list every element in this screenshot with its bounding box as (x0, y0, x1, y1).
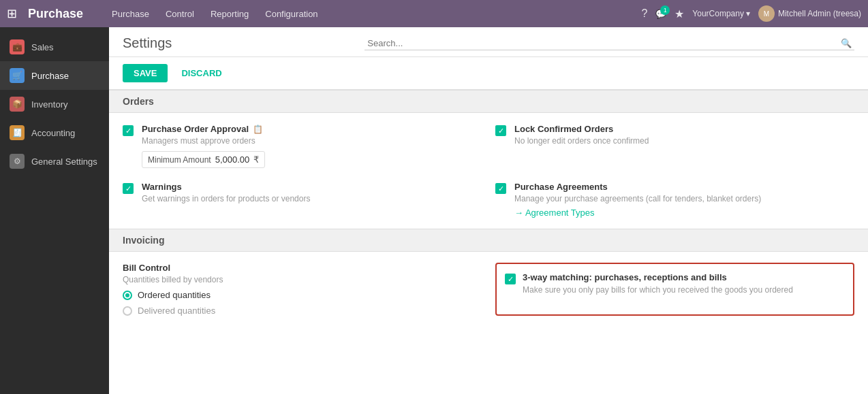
invoicing-section: Invoicing Bill Control Quantities billed… (109, 229, 868, 327)
currency-symbol: ₹ (253, 154, 259, 165)
help-icon[interactable]: ? (641, 7, 647, 20)
three-way-matching-checkbox[interactable] (505, 274, 516, 284)
purchase-agreements-item: Purchase Agreements Manage your purchase… (495, 182, 854, 218)
top-menu: Purchase Control Reporting Configuration (105, 5, 630, 23)
ordered-quantities-label: Ordered quantities (138, 290, 211, 300)
save-button[interactable]: SAVE (123, 64, 168, 82)
lock-confirmed-orders-content: Lock Confirmed Orders No longer edit ord… (514, 124, 649, 146)
info-icon: 📋 (253, 125, 263, 134)
accounting-icon: 🧾 (10, 125, 25, 140)
three-way-matching-content: 3-way matching: purchases, receptions an… (523, 272, 793, 295)
user-avatar: M (758, 5, 775, 22)
ordered-quantities-option: Ordered quantities (123, 290, 482, 300)
sidebar-label-general: General Settings (31, 157, 97, 167)
topbar: ⊞ Purchase Purchase Control Reporting Co… (0, 0, 868, 27)
company-selector[interactable]: YourCompany ▾ (692, 9, 750, 18)
delivered-quantities-label: Delivered quantities (138, 306, 215, 316)
app-title: Purchase (28, 7, 83, 21)
warnings-content: Warnings Get warnings in orders for prod… (142, 182, 310, 203)
purchase-order-approval-checkbox[interactable] (123, 125, 134, 136)
sidebar-item-accounting[interactable]: 🧾 Accounting (0, 118, 109, 147)
orders-section-body: Purchase Order Approval 📋 Managers must … (109, 113, 868, 229)
sidebar-item-general[interactable]: ⚙ General Settings (0, 147, 109, 176)
purchase-agreements-content: Purchase Agreements Manage your purchase… (514, 182, 761, 218)
menu-purchase[interactable]: Purchase (105, 5, 156, 23)
menu-reporting[interactable]: Reporting (204, 5, 255, 23)
bill-control-item: Bill Control Quantities billed by vendor… (123, 263, 482, 316)
main-layout: 💼 Sales 🛒 Purchase 📦 Inventory 🧾 Account… (0, 27, 868, 394)
three-way-matching-desc: Make sure you only pay bills for which y… (523, 285, 793, 295)
star-icon[interactable]: ★ (675, 7, 684, 20)
delivered-quantities-radio[interactable] (123, 306, 132, 316)
purchase-agreements-label: Purchase Agreements (514, 182, 608, 192)
sidebar-label-sales: Sales (31, 42, 54, 52)
purchase-agreements-desc: Manage your purchase agreements (call fo… (514, 194, 761, 203)
bill-control-label: Bill Control (123, 263, 482, 273)
page-title: Settings (123, 35, 365, 51)
warnings-desc: Get warnings in orders for products or v… (142, 194, 310, 203)
sidebar-label-purchase: Purchase (31, 71, 69, 81)
purchase-order-approval-item: Purchase Order Approval 📋 Managers must … (123, 124, 482, 168)
agreement-types-link[interactable]: → Agreement Types (514, 208, 595, 218)
notif-badge: 1 (660, 5, 670, 15)
warnings-label: Warnings (142, 182, 182, 192)
apps-icon[interactable]: ⊞ (7, 6, 17, 21)
content-area: Settings 🔍 SAVE DISCARD Orders (109, 27, 868, 394)
page-header: Settings 🔍 (109, 27, 868, 57)
orders-section-header: Orders (109, 90, 868, 113)
warnings-checkbox[interactable] (123, 183, 134, 194)
delivered-quantities-option: Delivered quantities (123, 306, 482, 316)
sidebar-label-accounting: Accounting (31, 128, 75, 138)
menu-configuration[interactable]: Configuration (258, 5, 324, 23)
topbar-right: ? 💬 1 ★ YourCompany ▾ M Mitchell Admin (… (641, 5, 861, 22)
min-amount-label: Minimum Amount (148, 155, 211, 165)
purchase-agreements-checkbox[interactable] (495, 183, 506, 194)
sidebar-item-inventory[interactable]: 📦 Inventory (0, 90, 109, 118)
invoicing-section-body: Bill Control Quantities billed by vendor… (109, 252, 868, 327)
menu-control[interactable]: Control (159, 5, 201, 23)
user-menu[interactable]: M Mitchell Admin (treesa) (758, 5, 861, 22)
min-amount-value[interactable]: 5,000.00 (215, 154, 250, 165)
lock-confirmed-orders-checkbox[interactable] (495, 125, 506, 136)
orders-section: Orders Purchase Order Approval 📋 Manager… (109, 90, 868, 229)
sidebar-item-purchase[interactable]: 🛒 Purchase (0, 61, 109, 90)
search-container: 🔍 (365, 37, 854, 50)
lock-confirmed-orders-item: Lock Confirmed Orders No longer edit ord… (495, 124, 854, 168)
warnings-item: Warnings Get warnings in orders for prod… (123, 182, 482, 218)
purchase-order-approval-content: Purchase Order Approval 📋 Managers must … (142, 124, 265, 168)
discard-button[interactable]: DISCARD (174, 64, 228, 82)
orders-grid: Purchase Order Approval 📋 Managers must … (123, 124, 854, 218)
purchase-order-approval-desc: Managers must approve orders (142, 136, 265, 146)
three-way-matching-label: 3-way matching: purchases, receptions an… (523, 272, 793, 282)
lock-confirmed-orders-label: Lock Confirmed Orders (514, 124, 613, 134)
inventory-icon: 📦 (10, 97, 25, 112)
sales-icon: 💼 (10, 39, 25, 54)
general-icon: ⚙ (10, 154, 25, 169)
lock-confirmed-orders-desc: No longer edit orders once confirmed (514, 136, 649, 146)
min-amount-row: Minimum Amount 5,000.00 ₹ (142, 151, 265, 168)
search-icon: 🔍 (841, 38, 852, 48)
invoicing-grid: Bill Control Quantities billed by vendor… (123, 263, 854, 316)
purchase-icon: 🛒 (10, 68, 25, 83)
sidebar-item-sales[interactable]: 💼 Sales (0, 33, 109, 61)
purchase-order-approval-label: Purchase Order Approval (142, 124, 249, 134)
bill-control-desc: Quantities billed by vendors (123, 275, 482, 284)
ordered-quantities-radio[interactable] (123, 291, 132, 300)
three-way-matching-item: 3-way matching: purchases, receptions an… (495, 263, 854, 316)
invoicing-section-header: Invoicing (109, 229, 868, 252)
sidebar: 💼 Sales 🛒 Purchase 📦 Inventory 🧾 Account… (0, 27, 109, 394)
search-input[interactable] (367, 38, 841, 48)
notification-icon[interactable]: 💬 1 (655, 9, 666, 19)
sidebar-label-inventory: Inventory (31, 99, 67, 110)
action-bar: SAVE DISCARD (109, 57, 868, 90)
